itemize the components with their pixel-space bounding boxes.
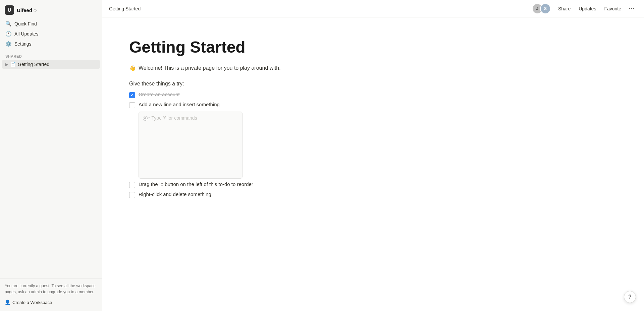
shared-section-label: SHARED [0,50,102,60]
sidebar-item-all-updates-label: All Updates [14,31,39,37]
todo-text-2: Add a new line and insert something [139,102,220,107]
sidebar-nav: 🔍 Quick Find 🕐 All Updates ⚙️ Settings [0,17,102,50]
favorite-button[interactable]: Favorite [601,4,625,13]
sidebar-item-settings[interactable]: ⚙️ Settings [2,39,100,49]
clock-icon: 🕐 [5,31,12,37]
checkbox-1[interactable] [129,92,135,98]
gear-icon: ⚙️ [5,41,12,47]
page-content: Getting Started 👋 Welcome! This is a pri… [102,17,404,311]
todo-text-3: Drag the ::: button on the left of this … [139,181,253,187]
main-area: Getting Started J S Share Updates Favori… [102,0,644,311]
drag-handle-area: ⊕ :: [143,116,150,121]
todo-item-2: Add a new line and insert something [129,102,377,108]
drag-dots-icon[interactable]: :: [148,116,150,120]
editor-block[interactable]: ⊕ :: Type '/' for commands [139,112,243,179]
search-icon: 🔍 [5,21,12,27]
avatar-s: S [540,3,551,14]
todo-text-1: Create an account [139,91,180,97]
sidebar-page-label: Getting Started [18,62,49,67]
more-options-button[interactable]: ··· [626,3,637,14]
share-button[interactable]: Share [555,4,574,13]
create-workspace-button[interactable]: 👤 Create a Workspace [5,298,97,306]
checkbox-4[interactable] [129,192,135,198]
todo-item-4: Right-click and delete something [129,191,377,198]
app-name: Uifeed [17,7,32,13]
todo-item-1: Create an account [129,91,377,98]
wave-emoji: 👋 [129,65,136,71]
sidebar-footer: You are currently a guest. To see all th… [0,278,102,311]
topbar-actions: J S Share Updates Favorite ··· [532,3,637,14]
guest-notice: You are currently a guest. To see all th… [5,283,97,295]
editor-placeholder: Type '/' for commands [152,115,197,121]
sidebar-item-getting-started[interactable]: ▶ 📄 Getting Started [2,60,100,69]
person-icon: 👤 [5,300,10,305]
help-button[interactable]: ? [624,291,636,303]
checkbox-2[interactable] [129,102,135,108]
create-workspace-label: Create a Workspace [12,300,52,305]
welcome-line: 👋 Welcome! This is a private page for yo… [129,65,377,71]
sidebar-header: U Uifeed ◇ [0,0,102,17]
sidebar-item-settings-label: Settings [14,41,32,47]
sidebar: U Uifeed ◇ 🔍 Quick Find 🕐 All Updates ⚙️… [0,0,102,311]
chevron-icon: ◇ [34,8,37,12]
app-name-button[interactable]: Uifeed ◇ [17,7,37,13]
app-logo: U [5,5,14,15]
todo-item-3: Drag the ::: button on the left of this … [129,181,377,188]
page-doc-icon: 📄 [10,62,16,67]
welcome-text: Welcome! This is a private page for you … [139,65,281,71]
try-label: Give these things a try: [129,81,377,87]
topbar: Getting Started J S Share Updates Favori… [102,0,644,17]
sidebar-item-quick-find[interactable]: 🔍 Quick Find [2,19,100,29]
sidebar-item-quick-find-label: Quick Find [14,21,37,26]
sidebar-item-all-updates[interactable]: 🕐 All Updates [2,29,100,39]
updates-button[interactable]: Updates [575,4,599,13]
topbar-title: Getting Started [109,6,141,11]
todo-text-4: Right-click and delete something [139,191,211,197]
drag-circle-icon[interactable]: ⊕ [143,116,148,121]
expand-arrow-icon: ▶ [5,62,8,67]
checkbox-3[interactable] [129,182,135,188]
page-title: Getting Started [129,38,377,57]
avatar-group: J S [532,3,551,14]
